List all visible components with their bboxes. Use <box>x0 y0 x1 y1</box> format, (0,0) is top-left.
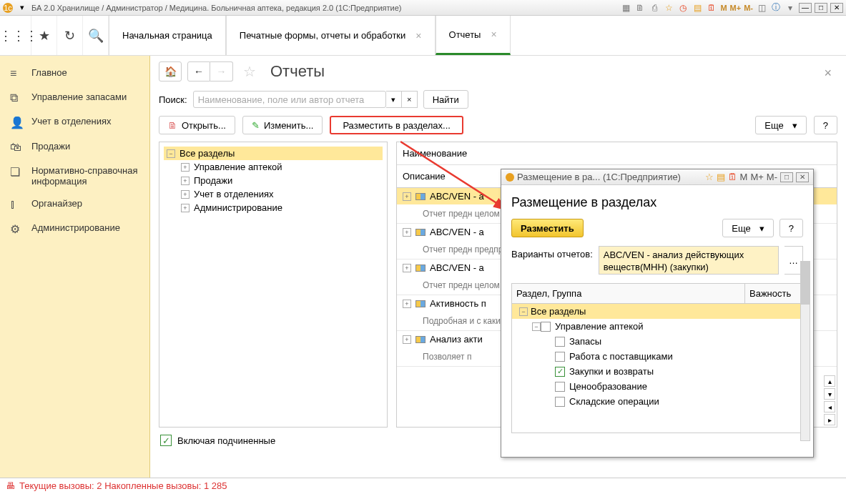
dialog-scrollbar[interactable] <box>800 261 810 441</box>
more-button[interactable]: Еще▾ <box>755 116 806 134</box>
collapse-icon[interactable]: − <box>167 149 175 158</box>
sidebar-item-organizer[interactable]: ⫿Органайзер <box>0 192 149 217</box>
find-button[interactable]: Найти <box>423 90 468 109</box>
table-row-root[interactable]: − Все разделы <box>512 304 802 319</box>
star-icon[interactable]: ☆ <box>243 63 256 80</box>
scroll-down-icon[interactable]: ▾ <box>824 388 835 400</box>
expand-icon[interactable]: + <box>403 264 411 272</box>
panel-icon[interactable]: ◫ <box>756 2 767 14</box>
expand-icon[interactable]: + <box>403 192 411 201</box>
table-row[interactable]: − Управление аптекой <box>512 319 802 334</box>
tab-print-label: Печатные формы, отчеты и обработки <box>240 30 406 41</box>
sidebar-item-reference[interactable]: ❏Нормативно-справочная информация <box>0 159 149 192</box>
info-icon[interactable]: ⓘ <box>770 2 782 14</box>
close-page-icon[interactable]: × <box>824 66 832 81</box>
doc-icon[interactable]: 🗎 <box>634 2 646 14</box>
m-plus-label[interactable]: M+ <box>730 4 742 12</box>
dialog-maximize-button[interactable]: □ <box>780 172 793 182</box>
grid-icon[interactable]: ▦ <box>620 2 631 14</box>
scrollbar-thumb[interactable] <box>801 262 810 305</box>
m-label[interactable]: M <box>720 4 727 12</box>
tab-print-forms[interactable]: Печатные формы, отчеты и обработки× <box>226 16 436 55</box>
scroll-right-icon[interactable]: ▸ <box>824 414 835 425</box>
minimize-button[interactable]: — <box>799 3 812 13</box>
expand-icon[interactable]: + <box>181 190 190 199</box>
sidebar-item-sales[interactable]: 🛍Продажи <box>0 135 149 159</box>
table-row[interactable]: ✓Закупки и возвраты <box>512 364 802 379</box>
tree-node[interactable]: +Продажи <box>178 174 383 187</box>
include-sub-checkbox[interactable]: ✓ <box>160 435 172 446</box>
clock-icon[interactable]: ◷ <box>677 2 689 14</box>
table-row[interactable]: Ценообразование <box>512 379 802 394</box>
info-drop-icon[interactable]: ▾ <box>784 2 796 14</box>
collapse-icon[interactable]: − <box>532 322 541 331</box>
back-button[interactable]: ← <box>187 61 210 81</box>
table-row[interactable]: Работа с поставщиками <box>512 349 802 364</box>
sidebar-item-main[interactable]: ≡Главное <box>0 61 149 86</box>
checkbox[interactable] <box>555 382 565 392</box>
collapse-icon[interactable]: − <box>519 307 528 316</box>
favorite-icon[interactable]: ★ <box>31 16 57 55</box>
help-button[interactable]: ? <box>814 116 837 134</box>
checkbox[interactable] <box>555 397 565 407</box>
expand-icon[interactable]: + <box>181 177 190 185</box>
dropdown-icon[interactable]: ▾ <box>17 3 27 13</box>
expand-icon[interactable]: + <box>181 163 190 172</box>
place-button[interactable]: Разместить <box>511 219 584 237</box>
expand-icon[interactable]: + <box>403 300 411 308</box>
checkbox[interactable]: ✓ <box>555 367 565 377</box>
calc-icon[interactable]: ▤ <box>717 172 725 182</box>
sidebar-item-admin[interactable]: ⚙Администрирование <box>0 217 149 242</box>
scroll-up-icon[interactable]: ▴ <box>824 375 835 387</box>
close-icon[interactable]: × <box>491 29 496 40</box>
tree-node[interactable]: +Администрирование <box>178 201 383 214</box>
forward-button[interactable]: → <box>210 61 233 81</box>
place-in-sections-button[interactable]: Разместить в разделах... <box>330 116 463 134</box>
calc-icon[interactable]: ▤ <box>692 2 703 14</box>
tree-node[interactable]: +Учет в отделениях <box>178 187 383 201</box>
m-label[interactable]: M <box>740 172 748 182</box>
variants-field[interactable]: ABC/VEN - анализ действующих веществ(МНН… <box>599 246 779 275</box>
star-icon[interactable]: ☆ <box>705 172 714 182</box>
table-row[interactable]: Складские операции <box>512 394 802 409</box>
dialog-help-button[interactable]: ? <box>779 219 803 237</box>
table-row[interactable]: Запасы <box>512 334 802 349</box>
apps-icon[interactable]: ⋮⋮⋮ <box>6 16 31 55</box>
nav-buttons: ← → <box>187 61 233 81</box>
dialog-close-button[interactable]: ✕ <box>796 172 809 182</box>
tree-node[interactable]: +Управление аптекой <box>178 160 383 174</box>
print-icon[interactable]: ⎙ <box>649 2 660 14</box>
cal-icon[interactable]: 🗓 <box>706 2 717 14</box>
gear-icon: ⚙ <box>10 222 23 236</box>
history-icon[interactable]: ↻ <box>57 16 83 55</box>
m-plus-label[interactable]: M+ <box>750 172 763 182</box>
search-input[interactable]: Наименование, поле или автор отчета <box>193 91 386 108</box>
expand-icon[interactable]: + <box>403 228 411 237</box>
scroll-left-icon[interactable]: ◂ <box>824 401 835 412</box>
expand-icon[interactable]: + <box>181 204 190 212</box>
checkbox[interactable] <box>555 337 565 347</box>
open-button[interactable]: 🗎Открыть... <box>159 116 235 134</box>
close-icon[interactable]: × <box>415 30 421 41</box>
tree-root[interactable]: −Все разделы <box>164 147 383 160</box>
sidebar-item-accounting[interactable]: 👤Учет в отделениях <box>0 110 149 135</box>
person-icon: 👤 <box>10 116 23 129</box>
home-button[interactable]: 🏠 <box>159 61 182 81</box>
edit-button[interactable]: ✎Изменить... <box>242 116 323 134</box>
m-minus-label[interactable]: M- <box>767 172 777 182</box>
cal-icon[interactable]: 🗓 <box>728 172 737 182</box>
tab-reports[interactable]: Отчеты× <box>436 16 511 55</box>
dialog-more-button[interactable]: Еще▾ <box>722 219 773 237</box>
search-icon[interactable]: 🔍 <box>83 16 109 55</box>
search-dropdown-icon[interactable]: ▾ <box>386 91 402 108</box>
close-button[interactable]: ✕ <box>830 3 843 13</box>
tab-start[interactable]: Начальная страница <box>109 16 226 55</box>
search-clear-icon[interactable]: × <box>402 91 418 108</box>
maximize-button[interactable]: □ <box>815 3 827 13</box>
star-icon[interactable]: ☆ <box>663 2 674 14</box>
sidebar-item-inventory[interactable]: ⧉Управление запасами <box>0 86 149 110</box>
checkbox[interactable] <box>541 322 551 332</box>
checkbox[interactable] <box>555 352 565 362</box>
m-minus-label[interactable]: M- <box>744 4 753 12</box>
expand-icon[interactable]: + <box>403 335 411 344</box>
